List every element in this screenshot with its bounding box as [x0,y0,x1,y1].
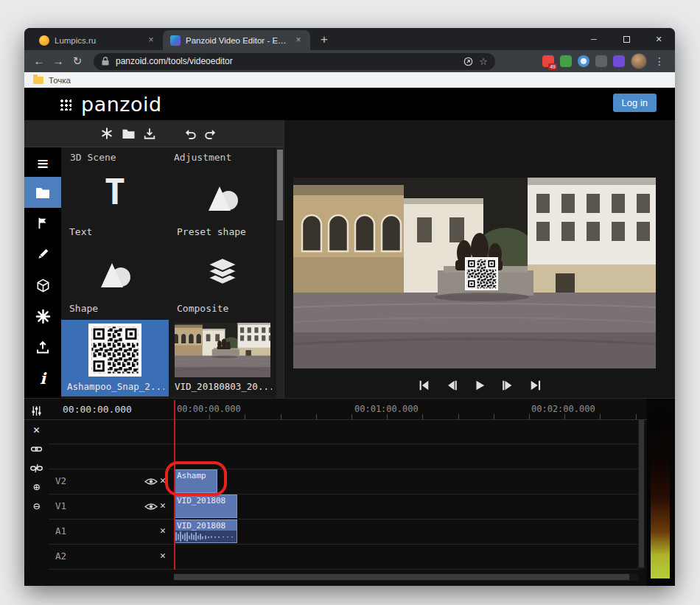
tool-preset-shape[interactable]: Preset shape [169,167,276,243]
track-divider [49,569,638,570]
tab-close-icon[interactable]: × [145,35,157,46]
delete-icon[interactable]: ✕ [29,424,44,436]
skip-start-button[interactable] [416,378,432,393]
library-headers: 3D Scene Adjustment [61,147,276,167]
playhead[interactable] [174,400,175,570]
login-button[interactable]: Log in [613,94,657,112]
clip-v2-ashampoo[interactable]: Ashamp [174,469,217,493]
new-tab-button[interactable]: + [315,30,334,50]
clip-label: VID_201808 [175,520,237,531]
tab-panzoid[interactable]: Panzoid Video Editor - Edit Video × [163,30,310,50]
track-divider [49,469,638,469]
upload-icon [35,340,50,354]
browser-menu-icon[interactable]: ⋮ [653,55,666,67]
clip-v1-video[interactable]: VID_201808 [174,494,237,518]
tool-composite[interactable]: Composite [169,243,276,320]
timeline: ✕ ⊕ ⊖ 00:00:00.000 00:00:00.000 00:01:00… [24,398,675,586]
back-button[interactable]: ← [30,52,48,70]
rail-effects-item[interactable] [24,301,61,332]
rail-export-item[interactable] [24,332,61,363]
tool-label: Shape [69,303,98,314]
zoom-out-icon[interactable]: ⊖ [29,500,44,512]
unlink-icon[interactable] [29,462,44,474]
track-delete-icon[interactable]: ✕ [160,475,166,486]
track-name-a2: A2 [55,550,66,562]
timeline-vertical-scrollbar[interactable] [638,420,645,569]
scrollbar-thumb[interactable] [277,150,283,220]
apps-grid-icon[interactable] [59,98,71,111]
adblock-extension-icon[interactable]: 49 [542,55,554,67]
panzoid-favicon-icon [170,35,181,46]
text-icon: T [61,172,169,211]
library-scrollbar[interactable] [276,147,284,398]
tab-lumpics[interactable]: Lumpics.ru × [32,30,163,50]
open-project-icon[interactable] [121,126,136,141]
profile-avatar[interactable] [631,53,647,69]
ruler-ticks[interactable] [174,414,647,419]
audio-waveform [175,531,237,542]
purple-extension-icon[interactable] [613,55,625,67]
shape-icon [61,256,169,290]
tool-shape[interactable]: Shape [61,243,169,320]
video-canvas [293,178,656,368]
forward-button[interactable]: → [49,52,67,70]
track-delete-icon[interactable]: ✕ [160,500,166,511]
rail-objects-item[interactable] [24,208,61,239]
rail-shapes-item[interactable] [24,270,61,301]
composite-layers-icon [169,256,276,290]
lock-icon [101,56,110,66]
reload-button[interactable]: ↻ [69,52,86,70]
new-project-icon[interactable] [99,126,114,141]
redo-icon[interactable] [203,126,218,141]
track-delete-icon[interactable]: ✕ [160,550,166,561]
section-header-adjustment: Adjustment [174,152,231,163]
zoom-in-icon[interactable]: ⊕ [29,481,44,493]
close-button[interactable]: ✕ [643,28,675,50]
current-time-display: 00:00:00.000 [63,404,132,415]
clip-a1-audio[interactable]: VID_201808 [174,520,237,543]
mode-rail: ≡ [24,147,61,398]
address-bar[interactable]: panzoid.com/tools/videoeditor ☆ [94,53,495,70]
green-extension-icon[interactable] [560,55,572,67]
track-delete-icon[interactable]: ✕ [160,525,166,536]
track-visibility-toggle[interactable] [144,477,158,486]
step-forward-button[interactable] [500,378,516,393]
scrollbar-thumb[interactable] [174,574,629,580]
rail-info-item[interactable]: i [24,363,61,394]
bookmark-star-icon[interactable]: ☆ [479,57,488,66]
link-icon[interactable] [29,443,44,455]
scrollbar-thumb[interactable] [639,420,644,567]
blue-extension-icon[interactable] [578,55,589,67]
tab-close-icon[interactable]: × [293,35,304,46]
mixer-icon[interactable] [29,405,44,416]
undo-icon[interactable] [182,126,197,141]
level-meter-gradient [651,412,670,578]
track-visibility-toggle[interactable] [144,502,158,511]
rail-edit-item[interactable] [24,239,61,270]
panzoid-app: panzoid Log in [24,88,675,586]
left-body: ≡ [24,147,284,398]
media-item-video[interactable]: VID_20180803_20... [169,320,276,396]
lumpics-favicon-icon [39,35,49,46]
save-download-icon[interactable] [142,126,157,141]
track-divider [49,544,638,545]
ruler-label: 00:01:00.000 [354,404,419,414]
browser-window: Lumpics.ru × Panzoid Video Editor - Edit… [24,28,675,586]
rail-files-item[interactable] [24,177,61,208]
side-panel-icon[interactable] [463,57,473,66]
media-item-qr[interactable]: Ashampoo_Snap_2... [61,320,169,396]
bookmark-item[interactable]: Точка [49,76,71,85]
timeline-horizontal-scrollbar[interactable] [174,573,638,581]
shield-extension-icon[interactable] [595,55,607,67]
skip-end-button[interactable] [528,378,544,393]
play-button[interactable] [472,378,488,393]
tab-strip: Lumpics.ru × Panzoid Video Editor - Edit… [24,28,675,50]
minimize-button[interactable]: ─ [578,28,610,50]
video-preview[interactable] [293,178,656,368]
maximize-button[interactable] [610,28,643,50]
maximize-icon [623,36,630,43]
track-name-a1: A1 [55,525,66,536]
menu-hamburger-icon[interactable]: ≡ [24,149,61,177]
tool-text[interactable]: T Text [61,167,169,243]
step-back-button[interactable] [444,378,460,393]
